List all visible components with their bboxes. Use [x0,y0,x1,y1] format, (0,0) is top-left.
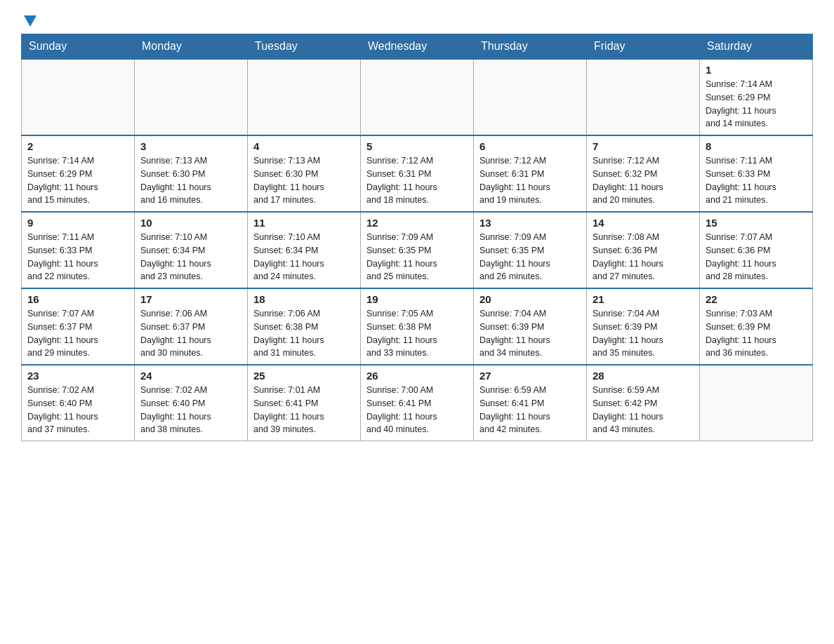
day-info: Sunrise: 7:07 AM Sunset: 6:36 PM Dayligh… [706,231,807,283]
day-info: Sunrise: 7:05 AM Sunset: 6:38 PM Dayligh… [366,307,468,360]
day-info: Sunrise: 7:14 AM Sunset: 6:29 PM Dayligh… [706,78,807,130]
calendar-cell: 3Sunrise: 7:13 AM Sunset: 6:30 PM Daylig… [135,135,248,212]
day-info: Sunrise: 7:11 AM Sunset: 6:33 PM Dayligh… [706,154,807,207]
calendar-cell: 12Sunrise: 7:09 AM Sunset: 6:35 PM Dayli… [361,212,474,288]
calendar-cell: 9Sunrise: 7:11 AM Sunset: 6:33 PM Daylig… [22,212,135,288]
day-info: Sunrise: 7:02 AM Sunset: 6:40 PM Dayligh… [27,384,128,436]
day-info: Sunrise: 7:07 AM Sunset: 6:37 PM Dayligh… [27,307,128,360]
day-header-tuesday: Tuesday [248,34,361,60]
day-number: 27 [479,370,581,382]
calendar-cell: 26Sunrise: 7:00 AM Sunset: 6:41 PM Dayli… [361,365,474,441]
day-number: 13 [479,217,581,229]
calendar-week-4: 16Sunrise: 7:07 AM Sunset: 6:37 PM Dayli… [22,288,813,365]
calendar-cell: 23Sunrise: 7:02 AM Sunset: 6:40 PM Dayli… [22,365,135,441]
calendar-cell: 17Sunrise: 7:06 AM Sunset: 6:37 PM Dayli… [135,288,248,365]
day-number: 14 [593,217,694,229]
day-info: Sunrise: 7:04 AM Sunset: 6:39 PM Dayligh… [479,307,581,360]
day-number: 12 [366,217,468,229]
calendar-cell: 16Sunrise: 7:07 AM Sunset: 6:37 PM Dayli… [22,288,135,365]
calendar-week-3: 9Sunrise: 7:11 AM Sunset: 6:33 PM Daylig… [22,212,813,288]
day-number: 9 [27,217,128,229]
logo [21,14,37,27]
calendar-cell [135,59,248,135]
day-info: Sunrise: 7:12 AM Sunset: 6:31 PM Dayligh… [479,154,581,207]
day-number: 7 [593,140,694,152]
calendar-week-5: 23Sunrise: 7:02 AM Sunset: 6:40 PM Dayli… [22,365,813,441]
calendar-cell: 11Sunrise: 7:10 AM Sunset: 6:34 PM Dayli… [248,212,361,288]
calendar-cell: 25Sunrise: 7:01 AM Sunset: 6:41 PM Dayli… [248,365,361,441]
calendar-table: SundayMondayTuesdayWednesdayThursdayFrid… [21,34,813,441]
calendar-cell [361,59,474,135]
calendar-cell [700,365,813,441]
day-number: 20 [479,293,581,305]
day-info: Sunrise: 7:09 AM Sunset: 6:35 PM Dayligh… [479,231,581,283]
calendar-cell: 13Sunrise: 7:09 AM Sunset: 6:35 PM Dayli… [474,212,587,288]
calendar-header-row: SundayMondayTuesdayWednesdayThursdayFrid… [22,34,813,60]
calendar-cell [22,59,135,135]
day-number: 1 [706,64,807,76]
day-header-thursday: Thursday [474,34,587,60]
calendar-cell: 14Sunrise: 7:08 AM Sunset: 6:36 PM Dayli… [587,212,700,288]
day-number: 18 [253,293,355,305]
day-info: Sunrise: 7:12 AM Sunset: 6:31 PM Dayligh… [366,154,468,207]
day-number: 24 [140,370,241,382]
day-number: 23 [27,370,128,382]
calendar-cell: 8Sunrise: 7:11 AM Sunset: 6:33 PM Daylig… [700,135,813,212]
calendar-cell: 24Sunrise: 7:02 AM Sunset: 6:40 PM Dayli… [135,365,248,441]
calendar-cell: 28Sunrise: 6:59 AM Sunset: 6:42 PM Dayli… [587,365,700,441]
day-info: Sunrise: 7:10 AM Sunset: 6:34 PM Dayligh… [140,231,241,283]
calendar-cell: 6Sunrise: 7:12 AM Sunset: 6:31 PM Daylig… [474,135,587,212]
day-header-monday: Monday [135,34,248,60]
calendar-week-1: 1Sunrise: 7:14 AM Sunset: 6:29 PM Daylig… [22,59,813,135]
day-info: Sunrise: 7:01 AM Sunset: 6:41 PM Dayligh… [253,384,355,436]
day-info: Sunrise: 7:13 AM Sunset: 6:30 PM Dayligh… [140,154,241,207]
day-info: Sunrise: 7:09 AM Sunset: 6:35 PM Dayligh… [366,231,468,283]
day-number: 2 [27,140,128,152]
day-info: Sunrise: 7:12 AM Sunset: 6:32 PM Dayligh… [593,154,694,207]
calendar-cell [587,59,700,135]
day-info: Sunrise: 7:11 AM Sunset: 6:33 PM Dayligh… [27,231,128,283]
calendar-cell: 22Sunrise: 7:03 AM Sunset: 6:39 PM Dayli… [700,288,813,365]
logo-arrow-icon [24,15,37,31]
calendar-cell: 19Sunrise: 7:05 AM Sunset: 6:38 PM Dayli… [361,288,474,365]
day-header-friday: Friday [587,34,700,60]
day-number: 21 [593,293,694,305]
calendar-week-2: 2Sunrise: 7:14 AM Sunset: 6:29 PM Daylig… [22,135,813,212]
day-info: Sunrise: 7:06 AM Sunset: 6:37 PM Dayligh… [140,307,241,360]
calendar-cell: 15Sunrise: 7:07 AM Sunset: 6:36 PM Dayli… [700,212,813,288]
calendar-cell: 18Sunrise: 7:06 AM Sunset: 6:38 PM Dayli… [248,288,361,365]
calendar-cell: 10Sunrise: 7:10 AM Sunset: 6:34 PM Dayli… [135,212,248,288]
day-number: 8 [706,140,807,152]
day-info: Sunrise: 6:59 AM Sunset: 6:41 PM Dayligh… [479,384,581,436]
calendar-cell: 2Sunrise: 7:14 AM Sunset: 6:29 PM Daylig… [22,135,135,212]
day-info: Sunrise: 7:06 AM Sunset: 6:38 PM Dayligh… [253,307,355,360]
calendar-cell: 20Sunrise: 7:04 AM Sunset: 6:39 PM Dayli… [474,288,587,365]
day-number: 10 [140,217,241,229]
day-info: Sunrise: 7:03 AM Sunset: 6:39 PM Dayligh… [706,307,807,360]
day-number: 3 [140,140,241,152]
day-info: Sunrise: 7:00 AM Sunset: 6:41 PM Dayligh… [366,384,468,436]
day-number: 25 [253,370,355,382]
day-header-saturday: Saturday [700,34,813,60]
calendar-cell [474,59,587,135]
day-info: Sunrise: 6:59 AM Sunset: 6:42 PM Dayligh… [593,384,694,436]
calendar-cell [248,59,361,135]
day-header-sunday: Sunday [22,34,135,60]
day-info: Sunrise: 7:04 AM Sunset: 6:39 PM Dayligh… [593,307,694,360]
day-header-wednesday: Wednesday [361,34,474,60]
day-number: 26 [366,370,468,382]
calendar-cell: 5Sunrise: 7:12 AM Sunset: 6:31 PM Daylig… [361,135,474,212]
day-info: Sunrise: 7:02 AM Sunset: 6:40 PM Dayligh… [140,384,241,436]
day-number: 11 [253,217,355,229]
day-info: Sunrise: 7:08 AM Sunset: 6:36 PM Dayligh… [593,231,694,283]
day-info: Sunrise: 7:10 AM Sunset: 6:34 PM Dayligh… [253,231,355,283]
day-number: 28 [593,370,694,382]
calendar-cell: 1Sunrise: 7:14 AM Sunset: 6:29 PM Daylig… [700,59,813,135]
calendar-cell: 21Sunrise: 7:04 AM Sunset: 6:39 PM Dayli… [587,288,700,365]
calendar-cell: 7Sunrise: 7:12 AM Sunset: 6:32 PM Daylig… [587,135,700,212]
day-info: Sunrise: 7:14 AM Sunset: 6:29 PM Dayligh… [27,154,128,207]
calendar-cell: 4Sunrise: 7:13 AM Sunset: 6:30 PM Daylig… [248,135,361,212]
day-number: 19 [366,293,468,305]
day-info: Sunrise: 7:13 AM Sunset: 6:30 PM Dayligh… [253,154,355,207]
calendar-cell: 27Sunrise: 6:59 AM Sunset: 6:41 PM Dayli… [474,365,587,441]
